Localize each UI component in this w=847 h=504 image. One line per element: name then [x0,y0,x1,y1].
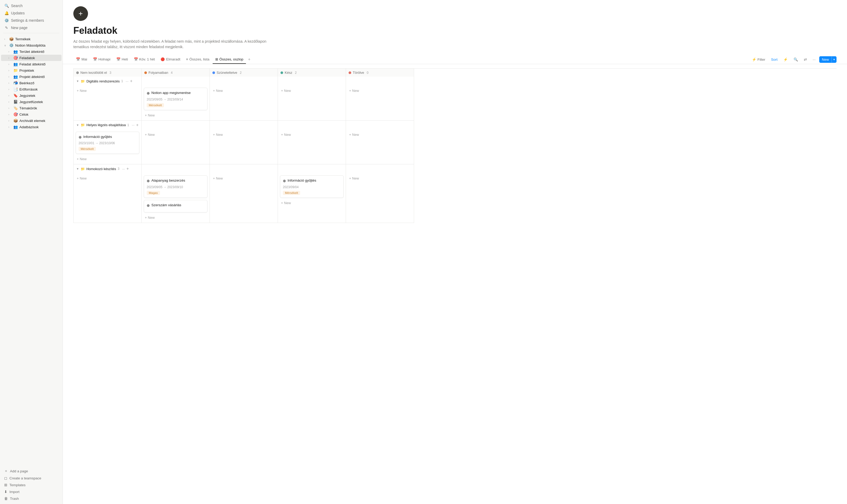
group-more-homokozo[interactable]: ··· [122,167,125,171]
new-chevron-button[interactable]: ▾ [832,56,836,62]
sidebar-item-beeркező[interactable]: › 📬 Beérkező [1,80,62,86]
task-card-szerszam[interactable]: ⊕ Szerszám vásárlás [144,200,207,213]
group-count-digitalis: 1 [121,79,123,83]
search-toolbar-button[interactable]: 🔍 [792,56,800,62]
sidebar-item-eroforrasok[interactable]: › 📑 Erőforrások [1,86,62,92]
sidebar-item-jegyzetfuzetek[interactable]: › 📓 Jegyzetfüzetek [1,98,62,105]
col-header-label-torolve: Törölve [353,71,364,75]
sidebar-item-celok[interactable]: › 🎯 Célok [1,111,62,118]
sidebar-item-new-page-top[interactable]: ✎ New page [1,24,62,31]
filter-button[interactable]: ⚡ Filter [750,56,767,62]
group-cell-digitalis-szuneteltetve-header [210,77,278,86]
mai-tab-icon: 📅 [76,57,80,61]
jegyzetfuzetek-label: Jegyzetfüzetek [19,100,43,104]
sidebar-item-updates[interactable]: 🔔 Updates [1,10,62,17]
group-add-helyes[interactable]: + [136,123,139,127]
sidebar-item-notion-masodpilota[interactable]: ∨ ⚙️ Notion Másodpilóta [1,42,62,49]
task-card-alapanyag[interactable]: ⊕ Alapanyag beszerzés 2023/09/05 → 2023/… [144,175,207,198]
board-cell-digitalis-nem-kezdodott: + New [74,86,142,121]
more-button[interactable]: ··· [811,56,818,62]
col-header-label-folyamatban: Folyamatban [149,71,168,75]
sidebar-item-search[interactable]: 🔍 Search [1,2,62,10]
group-header-homokozo[interactable]: ▼ 📁 Homokozó készítés 3 ··· + [74,164,142,173]
sidebar-item-adatbazisok[interactable]: › 👥 Adatbázisok [1,124,62,130]
tab-kov-1-het[interactable]: 📅 Köv. 1 hét [131,55,158,64]
sidebar-item-feladat-attekinto[interactable]: › 👥 Feladat áttekintő [1,61,62,67]
add-new-homokozo-nem-kezdodott[interactable]: + New [76,175,88,181]
page-icon-button[interactable]: + [73,6,88,21]
sidebar-item-jegyzetek[interactable]: › 🔖 Jegyzetek [1,92,62,98]
add-new-helyes-nem-kezdodott[interactable]: + New [76,156,88,162]
board-cell-helyes-kesz: + New [278,129,346,165]
add-new-helyes-torolve[interactable]: + New [348,132,360,138]
tab-holnapi[interactable]: 📅 Holnapi [90,55,113,64]
task-card-informacio-2[interactable]: ⊕ Információ gyűjtés 2023/09/04 Mérsékel… [280,175,344,198]
sidebar-item-archivalt-elemek[interactable]: › 📦 Archivált elemek [1,118,62,124]
tab-osszes-lista[interactable]: ≡ Összes, lista [183,55,212,64]
filler-homokozo-3 [210,164,278,173]
group-more-digitalis[interactable]: ··· [126,79,128,83]
group-add-digitalis[interactable]: + [130,79,133,84]
sidebar-item-projekt-attekinto[interactable]: › 👥 Projekt áttekintő [1,74,62,80]
sidebar-add-page[interactable]: ＋ Add a page [1,467,62,475]
lightning-icon: ⚡ [783,57,788,61]
group-header-digitalis[interactable]: ▼ 📁 Digitális rendszerezés 1 ··· + [74,77,142,86]
layout-button[interactable]: ⇄ [802,56,809,62]
add-new-homokozo-folyamatban[interactable]: + New [144,215,156,221]
sidebar-templates[interactable]: ⊞ Templates [1,482,62,488]
archivalt-elemek-icon: 📦 [13,119,18,123]
tab-elmaradt[interactable]: 🔴 Elmaradt [158,55,183,64]
add-icon: + [77,157,79,161]
jegyzetfuzetek-icon: 📓 [13,100,18,104]
add-new-helyes-kesz[interactable]: + New [280,132,292,138]
add-new-homokozo-torolve[interactable]: + New [348,175,360,181]
add-icon: + [281,133,283,137]
sidebar-import[interactable]: ⬇ Import [1,488,62,495]
group-add-homokozo[interactable]: + [126,166,129,171]
sidebar-create-teamspace[interactable]: ◻ Create a teamspace [1,475,62,482]
tab-mai[interactable]: 📅 Mai [73,55,90,64]
chevron-icon: › [8,82,12,85]
add-icon: + [145,113,147,117]
new-main-button[interactable]: New [819,56,832,63]
add-new-digitalis-kesz[interactable]: + New [280,88,292,94]
add-new-digitalis-szuneteltetve[interactable]: + New [212,88,224,94]
add-new-digitalis-nem-kezdodott[interactable]: + New [76,88,88,94]
filler-helyes-3 [210,121,278,129]
add-new-digitalis-torolve[interactable]: + New [348,88,360,94]
add-new-homokozo-szuneteltetve[interactable]: + New [212,175,224,181]
temakork-label: Témakörök [19,106,37,110]
group-more-helyes[interactable]: ··· [132,123,135,127]
trash-icon: 🗑 [4,497,8,501]
board-cell-homokozo-torolve: + New [346,173,414,223]
add-new-helyes-szuneteltetve[interactable]: + New [212,132,224,138]
tab-osszes-oszlop[interactable]: ⊞ Összes, oszlop [213,55,246,64]
add-icon: + [349,89,351,93]
new-button-group: New ▾ [819,56,836,63]
sidebar-item-terulet-attekinto[interactable]: › 👥 Terület áttekintő [1,49,62,55]
add-icon: + [349,133,351,137]
tab-add-button[interactable]: + [246,55,252,64]
eroforrasok-label: Erőforrások [19,87,38,91]
add-new-homokozo-kesz[interactable]: + New [280,200,292,206]
task-card-notion-app[interactable]: ⊕ Notion app megismerése 2023/09/05 → 20… [144,88,207,110]
col-count-kesz: 2 [295,71,297,75]
sidebar-trash[interactable]: 🗑 Trash [1,495,62,502]
add-new-helyes-folyamatban[interactable]: + New [144,132,156,138]
group-header-helyes-legzes[interactable]: ▼ 📁 Helyes légzés elsajátítása 1 ··· + [74,121,142,129]
projektek-label: Projektek [19,69,34,72]
task-card-informacio-1[interactable]: ⊕ Információ gyűjtés 2023/10/01 → 2023/1… [76,132,139,154]
filler-homokozo-5 [346,164,414,173]
sort-button[interactable]: Sort [769,56,780,62]
filler-helyes-4 [278,121,346,129]
chevron-icon: › [8,94,12,97]
sidebar-item-termekek[interactable]: › 📦 Termékek [1,36,62,42]
add-new-digitalis-folyamatban[interactable]: + New [144,112,156,118]
group-count-homokozo: 3 [118,167,119,170]
sidebar-item-temakork[interactable]: › 🏷️ Témakörök [1,105,62,111]
sidebar-item-feladatok[interactable]: › 🎯 Feladatok [1,55,62,61]
lightning-button[interactable]: ⚡ [781,56,790,62]
sidebar-item-projektek[interactable]: › 📁 Projektek [1,67,62,74]
tab-heti[interactable]: 📅 Heti [114,55,131,64]
sidebar-item-settings[interactable]: ⚙️ Settings & members [1,17,62,24]
